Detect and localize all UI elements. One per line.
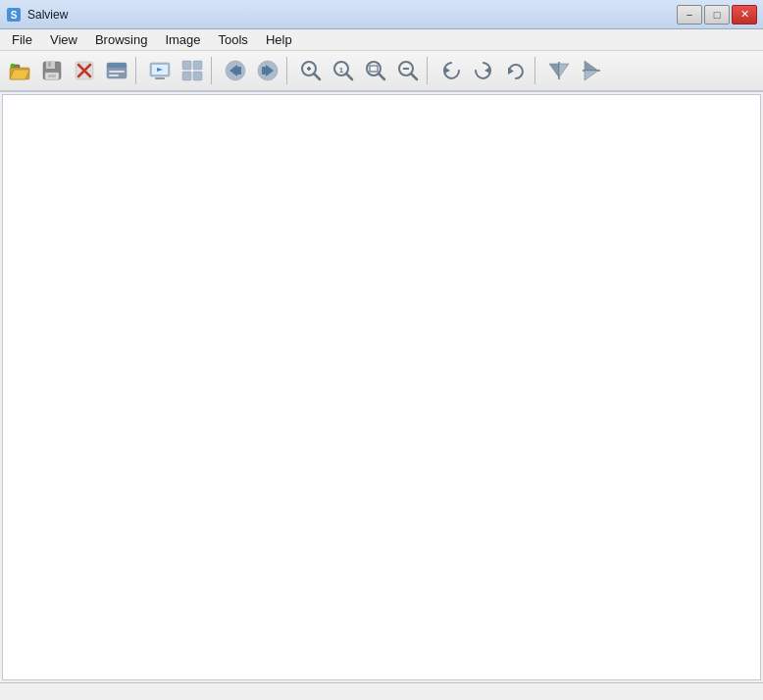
svg-marker-47 xyxy=(508,68,514,75)
svg-rect-25 xyxy=(193,72,202,80)
app-title: Salview xyxy=(27,8,68,22)
menu-help[interactable]: Help xyxy=(258,30,300,49)
menu-view[interactable]: View xyxy=(42,30,85,49)
menu-browsing[interactable]: Browsing xyxy=(87,30,155,49)
svg-rect-31 xyxy=(262,67,266,75)
flip-v-icon xyxy=(581,60,602,81)
separator-1 xyxy=(135,57,141,84)
refresh-icon xyxy=(505,60,527,81)
separator-4 xyxy=(427,57,432,84)
zoom-fit-button[interactable] xyxy=(360,55,391,86)
zoom-out-icon xyxy=(397,60,419,81)
minimize-button[interactable]: − xyxy=(677,5,702,25)
svg-rect-10 xyxy=(48,75,56,77)
svg-marker-50 xyxy=(559,64,569,77)
zoom-original-button[interactable]: 1 xyxy=(328,55,359,86)
save-button[interactable] xyxy=(36,55,68,86)
canvas-area xyxy=(2,94,761,680)
open-icon xyxy=(9,60,30,81)
statusbar xyxy=(0,682,763,700)
rotate-ccw-button[interactable] xyxy=(435,55,467,86)
svg-line-44 xyxy=(411,74,417,79)
forward-icon xyxy=(257,60,279,81)
back-button[interactable] xyxy=(220,55,251,86)
titlebar: S Salview − □ ✕ xyxy=(0,0,763,29)
flip-h-icon xyxy=(548,60,570,81)
maximize-button[interactable]: □ xyxy=(704,5,730,25)
menu-tools[interactable]: Tools xyxy=(211,30,256,49)
separator-3 xyxy=(286,57,292,84)
back-icon xyxy=(225,60,246,81)
svg-marker-51 xyxy=(585,61,598,71)
svg-rect-15 xyxy=(107,63,127,68)
zoom-in-button[interactable] xyxy=(295,55,327,86)
svg-rect-28 xyxy=(237,67,241,75)
menu-file[interactable]: File xyxy=(4,30,40,49)
zoom-fit-icon xyxy=(365,60,386,81)
slideshow-button[interactable] xyxy=(144,55,176,86)
info-button[interactable] xyxy=(101,55,132,86)
flip-v-button[interactable] xyxy=(576,55,607,86)
svg-rect-16 xyxy=(109,71,125,73)
rotate-cw-icon xyxy=(473,60,494,81)
app-icon: S xyxy=(6,7,22,23)
svg-rect-24 xyxy=(182,72,191,80)
toolbar: 1 xyxy=(0,51,763,92)
rotate-ccw-icon xyxy=(440,60,462,81)
zoom-out-button[interactable] xyxy=(392,55,424,86)
menu-image[interactable]: Image xyxy=(157,30,208,49)
thumbnails-button[interactable] xyxy=(177,55,208,86)
svg-marker-53 xyxy=(585,71,598,80)
svg-marker-48 xyxy=(549,64,559,77)
svg-line-35 xyxy=(314,74,320,79)
slideshow-icon xyxy=(149,60,171,81)
flip-h-button[interactable] xyxy=(543,55,575,86)
zoom-in-icon xyxy=(300,60,322,81)
titlebar-left: S Salview xyxy=(6,7,68,23)
svg-line-40 xyxy=(379,74,384,79)
save-icon xyxy=(41,60,63,81)
info-icon xyxy=(106,60,127,81)
rotate-cw-button[interactable] xyxy=(468,55,499,86)
menubar: File View Browsing Image Tools Help xyxy=(0,29,763,51)
separator-2 xyxy=(211,57,217,84)
forward-button[interactable] xyxy=(252,55,283,86)
titlebar-controls: − □ ✕ xyxy=(677,5,757,25)
thumbs-icon xyxy=(181,60,203,81)
svg-rect-21 xyxy=(155,77,165,79)
svg-rect-17 xyxy=(109,75,119,76)
svg-line-37 xyxy=(346,74,352,79)
svg-rect-8 xyxy=(48,62,51,67)
close-button[interactable]: ✕ xyxy=(732,5,757,25)
open-button[interactable] xyxy=(4,55,35,86)
svg-text:1: 1 xyxy=(339,66,344,75)
svg-text:S: S xyxy=(11,10,18,21)
delete-button[interactable] xyxy=(69,55,100,86)
svg-rect-22 xyxy=(182,61,191,70)
refresh-button[interactable] xyxy=(500,55,532,86)
svg-rect-41 xyxy=(370,66,378,72)
svg-rect-23 xyxy=(193,61,202,70)
delete-icon xyxy=(74,60,95,81)
separator-5 xyxy=(534,57,540,84)
zoom-original-icon: 1 xyxy=(332,60,354,81)
svg-point-5 xyxy=(11,64,15,68)
